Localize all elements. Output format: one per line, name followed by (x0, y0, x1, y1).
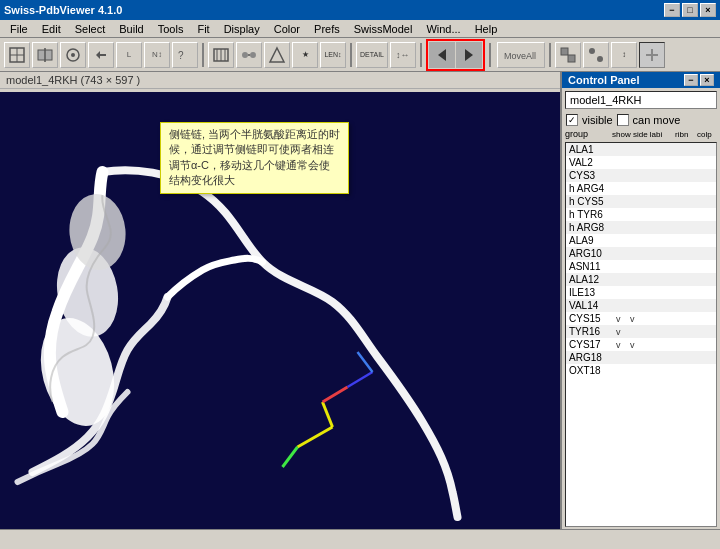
residue-item[interactable]: h ARG8 (566, 221, 716, 234)
toolbar-btn-7[interactable]: ? (172, 42, 198, 68)
cp-header-group: group (565, 129, 610, 139)
toolbar-btn-prev[interactable] (429, 42, 455, 68)
residue-name: TYR16 (569, 326, 614, 337)
toolbar-separator-2 (350, 43, 352, 67)
residue-name: ASN11 (569, 261, 614, 272)
title-bar: Swiss-PdbViewer 4.1.0 − □ × (0, 0, 720, 20)
cp-visible-checkbox[interactable]: ✓ (566, 114, 578, 126)
minimize-btn[interactable]: − (664, 3, 680, 17)
svg-marker-18 (465, 49, 473, 61)
toolbar-btn-8[interactable] (208, 42, 234, 68)
menu-bar: File Edit Select Build Tools Fit Display… (0, 20, 720, 38)
menu-build[interactable]: Build (113, 22, 149, 36)
residue-item[interactable]: CYS3 (566, 169, 716, 182)
toolbar-btn-4[interactable] (88, 42, 114, 68)
menu-select[interactable]: Select (69, 22, 112, 36)
main-layout: model1_4RKH (743 × 597 ) (0, 72, 720, 529)
residue-v2: v (630, 340, 642, 350)
residue-name: CYS3 (569, 170, 614, 181)
menu-prefs[interactable]: Prefs (308, 22, 346, 36)
residue-item[interactable]: OXT18 (566, 364, 716, 377)
toolbar-btn-2[interactable] (32, 42, 58, 68)
residue-name: ALA1 (569, 144, 614, 155)
residue-item[interactable]: h CYS5 (566, 195, 716, 208)
menu-edit[interactable]: Edit (36, 22, 67, 36)
svg-point-23 (597, 56, 603, 62)
residue-item[interactable]: VAL2 (566, 156, 716, 169)
residue-item[interactable]: ILE13 (566, 286, 716, 299)
toolbar-btn-5[interactable]: L (116, 42, 142, 68)
residue-item[interactable]: ALA12 (566, 273, 716, 286)
residue-name: ALA12 (569, 274, 614, 285)
toolbar-btn-icon3[interactable]: ↕ (611, 42, 637, 68)
svg-point-22 (589, 48, 595, 54)
residue-item[interactable]: ARG18 (566, 351, 716, 364)
svg-text:MoveAll: MoveAll (504, 51, 536, 61)
residue-item[interactable]: TYR16 v (566, 325, 716, 338)
residue-name: ARG18 (569, 352, 614, 363)
toolbar-btn-11[interactable]: ★ (292, 42, 318, 68)
residue-item[interactable]: h ARG4 (566, 182, 716, 195)
toolbar-btn-6[interactable]: N↕ (144, 42, 170, 68)
toolbar-btn-next[interactable] (456, 42, 482, 68)
toolbar-btn-icon1[interactable] (555, 42, 581, 68)
menu-swissmodel[interactable]: SwissModel (348, 22, 419, 36)
control-panel: Control Panel − × model1_4RKH ✓ visible … (560, 72, 720, 529)
status-bar (0, 529, 720, 549)
cp-header-ribn: ribn (675, 130, 695, 139)
residue-name: h CYS5 (569, 196, 614, 207)
toolbar-separator-1 (202, 43, 204, 67)
toolbar-btn-3[interactable] (60, 42, 86, 68)
svg-point-6 (71, 53, 75, 57)
nav-arrows-group (426, 39, 485, 71)
move-all-btn[interactable]: MoveAll (497, 42, 545, 68)
toolbar-btn-13[interactable]: DETAIL (356, 42, 388, 68)
viewport-3d[interactable]: 侧链链, 当两个半胱氨酸距离近的时候，通过调节侧链即可使两者相连调节α-C，移动… (0, 92, 560, 529)
menu-fit[interactable]: Fit (191, 22, 215, 36)
residue-name: ARG10 (569, 248, 614, 259)
svg-rect-21 (568, 55, 575, 62)
menu-color[interactable]: Color (268, 22, 306, 36)
svg-text:↕↔: ↕↔ (396, 50, 410, 60)
cp-can-move-checkbox[interactable] (617, 114, 629, 126)
menu-file[interactable]: File (4, 22, 34, 36)
cp-minimize-btn[interactable]: − (684, 74, 698, 86)
residue-name: CYS17 (569, 339, 614, 350)
svg-rect-20 (561, 48, 568, 55)
residue-item[interactable]: ARG10 (566, 247, 716, 260)
close-btn[interactable]: × (700, 3, 716, 17)
menu-window[interactable]: Wind... (420, 22, 466, 36)
menu-display[interactable]: Display (218, 22, 266, 36)
residue-item[interactable]: CYS17 v v (566, 338, 716, 351)
toolbar-btn-9[interactable] (236, 42, 262, 68)
residue-item[interactable]: VAL14 (566, 299, 716, 312)
menu-help[interactable]: Help (469, 22, 504, 36)
viewport-container: model1_4RKH (743 × 597 ) (0, 72, 560, 529)
svg-marker-15 (270, 48, 284, 62)
cp-header-show: show side labi (612, 130, 673, 139)
toolbar-btn-12[interactable]: LEN↕ (320, 42, 346, 68)
toolbar-btn-10[interactable] (264, 42, 290, 68)
residue-item[interactable]: ASN11 (566, 260, 716, 273)
cp-close-btn[interactable]: × (700, 74, 714, 86)
toolbar-btn-14[interactable]: ↕↔ (390, 42, 416, 68)
toolbar-btn-icon4[interactable] (639, 42, 665, 68)
residue-name: OXT18 (569, 365, 614, 376)
residue-item[interactable]: ALA1 (566, 143, 716, 156)
cp-residue-list[interactable]: ALA1 VAL2 CYS3 h ARG4 h CYS5 h TYR6 h AR… (565, 142, 717, 527)
menu-tools[interactable]: Tools (152, 22, 190, 36)
residue-item[interactable]: h TYR6 (566, 208, 716, 221)
residue-name: h ARG8 (569, 222, 614, 233)
move-all-section: MoveAll (497, 42, 545, 68)
residue-item[interactable]: ALA9 (566, 234, 716, 247)
control-panel-title: Control Panel − × (562, 72, 720, 88)
cp-can-move-label: can move (633, 114, 681, 126)
viewport-title: model1_4RKH (743 × 597 ) (0, 72, 560, 89)
residue-item[interactable]: CYS15 v v (566, 312, 716, 325)
toolbar-separator-5 (549, 43, 551, 67)
maximize-btn[interactable]: □ (682, 3, 698, 17)
toolbar-btn-1[interactable] (4, 42, 30, 68)
cp-model-name-field[interactable]: model1_4RKH (565, 91, 717, 109)
residue-name: h ARG4 (569, 183, 614, 194)
toolbar-btn-icon2[interactable] (583, 42, 609, 68)
